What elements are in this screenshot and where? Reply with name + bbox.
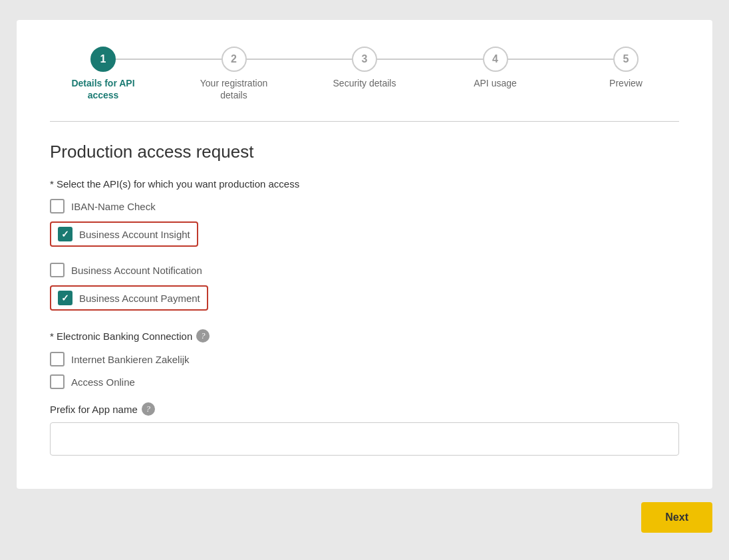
api-payment-label: Business Account Payment [79,293,200,304]
ebc-label-text: * Electronic Banking Connection [50,331,192,342]
api-section-label: * Select the API(s) for which you want p… [50,178,679,190]
ebc-ao-label: Access Online [71,376,135,388]
step-2: 2 Your registrationdetails [181,47,287,101]
api-payment-checkbox[interactable] [58,291,73,305]
step-3-label: Security details [333,77,396,89]
step-3-circle: 3 [352,47,377,72]
api-iban-checkbox[interactable] [50,199,65,213]
step-1-circle: 1 [90,47,116,72]
api-insight-label: Business Account Insight [79,229,190,240]
api-notification-item: Business Account Notification [50,263,679,277]
api-insight-checkbox[interactable] [58,227,73,241]
step-5-circle: 5 [613,47,639,72]
api-notification-label: Business Account Notification [71,265,202,276]
api-iban-label: IBAN-Name Check [71,201,156,212]
ebc-ibz-item: Internet Bankieren Zakelijk [50,352,679,366]
step-4-circle: 4 [483,47,508,72]
step-2-label: Your registrationdetails [200,77,267,101]
footer-area: Next [17,502,712,533]
ebc-ao-checkbox[interactable] [50,374,65,389]
prefix-input[interactable] [50,422,679,456]
ebc-ibz-wrapper: Internet Bankieren Zakelijk [50,352,679,366]
step-4-label: API usage [474,77,517,89]
api-payment-item: Business Account Payment [50,285,208,311]
api-iban-wrapper: IBAN-Name Check [50,199,679,213]
section-divider [50,121,679,122]
prefix-section: Prefix for App name ? [50,402,679,456]
api-payment-wrapper: Business Account Payment [50,285,679,319]
ebc-ao-item: Access Online [50,374,679,389]
step-2-circle: 2 [221,47,247,72]
ebc-ibz-label: Internet Bankieren Zakelijk [71,354,190,365]
page-title: Production access request [50,142,679,162]
step-5-label: Preview [609,77,643,89]
ebc-section: * Electronic Banking Connection ? Intern… [50,329,679,389]
main-card: 1 Details for APIaccess 2 Your registrat… [17,20,712,489]
ebc-label: * Electronic Banking Connection ? [50,329,679,343]
api-notification-wrapper: Business Account Notification [50,263,679,277]
ebc-ibz-checkbox[interactable] [50,352,65,366]
prefix-help-icon[interactable]: ? [142,402,155,416]
api-notification-checkbox[interactable] [50,263,65,277]
stepper: 1 Details for APIaccess 2 Your registrat… [50,47,679,101]
api-insight-wrapper: Business Account Insight [50,221,679,255]
ebc-ao-wrapper: Access Online [50,374,679,389]
step-4: 4 API usage [442,47,549,89]
step-3: 3 Security details [311,47,418,89]
prefix-label: Prefix for App name ? [50,402,679,416]
prefix-label-text: Prefix for App name [50,404,138,415]
step-1: 1 Details for APIaccess [50,47,156,101]
next-button[interactable]: Next [641,502,712,533]
step-1-label: Details for APIaccess [71,77,134,101]
step-5: 5 Preview [573,47,679,89]
api-iban-item: IBAN-Name Check [50,199,679,213]
ebc-help-icon[interactable]: ? [196,329,210,343]
api-insight-item: Business Account Insight [50,221,198,247]
